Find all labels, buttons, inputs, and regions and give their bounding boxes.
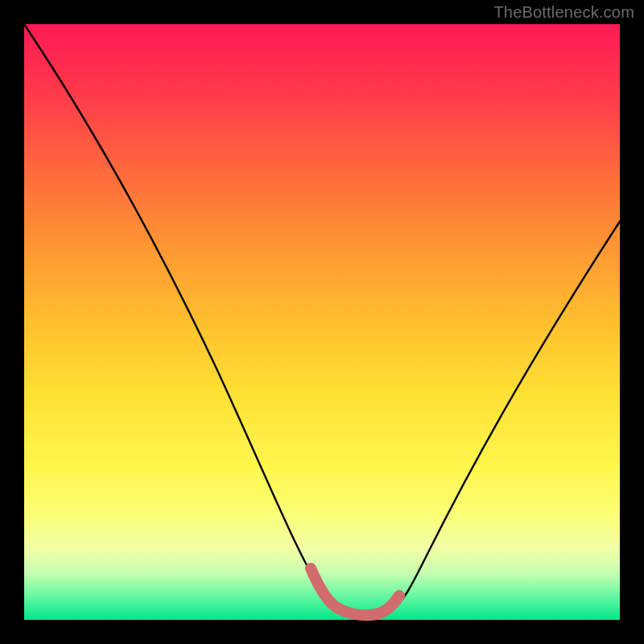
watermark-text: TheBottleneck.com: [493, 3, 634, 22]
chart-frame: TheBottleneck.com: [0, 0, 644, 644]
highlight-segment: [311, 568, 399, 615]
curve-layer: [24, 24, 620, 620]
bottleneck-curve: [24, 24, 620, 616]
